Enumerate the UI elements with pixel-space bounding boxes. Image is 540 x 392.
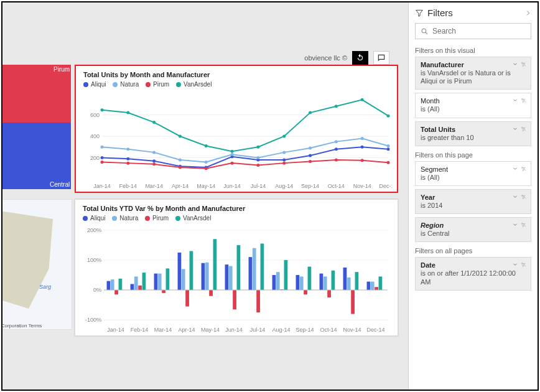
svg-rect-104 — [253, 248, 256, 289]
svg-point-18 — [101, 156, 104, 159]
filter-card-name: Segment — [421, 166, 526, 173]
clear-filter-icon[interactable] — [521, 97, 527, 105]
map-landmass — [2, 209, 53, 309]
bar-chart-legend: Aliqui Natura Pirum VanArsdel — [83, 215, 390, 222]
svg-rect-98 — [111, 279, 114, 290]
svg-rect-88 — [154, 273, 158, 289]
svg-rect-94 — [296, 275, 300, 290]
collapse-pane-icon[interactable] — [525, 7, 531, 18]
svg-text:Aug-14: Aug-14 — [275, 183, 293, 189]
clear-filter-icon[interactable] — [521, 194, 527, 201]
svg-text:Apr-14: Apr-14 — [178, 327, 195, 333]
svg-rect-132 — [355, 272, 359, 290]
svg-text:Jan-14: Jan-14 — [107, 327, 124, 333]
svg-point-32 — [152, 151, 156, 154]
chevron-down-icon[interactable] — [512, 61, 518, 68]
clear-filter-icon[interactable] — [521, 61, 527, 68]
chevron-down-icon[interactable] — [512, 166, 518, 173]
svg-text:Nov-14: Nov-14 — [353, 183, 371, 189]
svg-rect-124 — [166, 268, 170, 290]
svg-rect-125 — [190, 251, 193, 290]
clear-filter-icon[interactable] — [521, 126, 527, 133]
svg-rect-130 — [308, 266, 312, 290]
svg-text:Jun-14: Jun-14 — [225, 327, 243, 333]
filter-card-date[interactable]: Dateis on or after 1/1/2012 12:00:00 AM — [415, 257, 531, 290]
svg-rect-93 — [272, 275, 276, 290]
svg-point-43 — [126, 161, 129, 164]
chevron-down-icon[interactable] — [512, 194, 518, 201]
bar-chart-svg: -100%0%100%200%Jan-14Feb-14Mar-14Apr-14M… — [83, 225, 391, 334]
svg-point-31 — [126, 147, 129, 151]
svg-text:Jun-14: Jun-14 — [223, 183, 241, 189]
reset-icon[interactable] — [352, 51, 368, 65]
svg-point-55 — [126, 111, 129, 114]
chevron-down-icon[interactable] — [512, 126, 518, 133]
map-credit: 2020 Microsoft Corporation Terms — [2, 323, 42, 329]
filters-search-input[interactable] — [432, 27, 526, 35]
svg-text:Jul-14: Jul-14 — [251, 183, 266, 189]
map-visual[interactable]: Sarg 2020 Microsoft Corporation Terms — [2, 199, 72, 330]
svg-rect-112 — [162, 290, 165, 293]
svg-point-63 — [335, 105, 338, 108]
svg-point-44 — [152, 162, 156, 166]
map-sea-label: Sarg — [39, 284, 51, 290]
svg-point-54 — [101, 108, 104, 111]
svg-point-20 — [152, 159, 156, 162]
clear-filter-icon[interactable] — [521, 261, 527, 269]
svg-point-39 — [335, 140, 338, 143]
filter-card-desc: is 2014 — [421, 202, 526, 210]
chevron-down-icon[interactable] — [512, 222, 518, 229]
svg-point-51 — [335, 158, 338, 161]
svg-rect-119 — [327, 290, 331, 297]
filter-card-desc: is on or after 1/1/2012 12:00:00 AM — [421, 269, 526, 286]
svg-point-30 — [101, 145, 104, 148]
svg-text:Feb-14: Feb-14 — [131, 327, 149, 333]
svg-text:200%: 200% — [87, 226, 101, 233]
chevron-down-icon[interactable] — [512, 261, 518, 269]
clear-filter-icon[interactable] — [521, 222, 527, 229]
treemap-visual[interactable]: Pirum Central — [2, 65, 71, 189]
filter-card-desc: is (All) — [421, 105, 526, 113]
svg-rect-110 — [114, 290, 118, 294]
svg-text:Jan-14: Jan-14 — [93, 183, 111, 189]
chevron-down-icon[interactable] — [512, 97, 518, 105]
svg-rect-90 — [202, 263, 205, 289]
line-chart-legend: Aliqui Natura Pirum VanArsdel — [83, 81, 389, 88]
svg-point-57 — [179, 134, 182, 138]
svg-text:Sep-14: Sep-14 — [296, 327, 314, 333]
treemap-label-pirum: Pirum — [54, 66, 70, 73]
svg-rect-129 — [284, 259, 288, 289]
svg-text:Apr-14: Apr-14 — [172, 183, 189, 189]
svg-point-61 — [282, 134, 286, 138]
filter-card-region[interactable]: Regionis Central — [415, 217, 531, 242]
svg-text:Feb-14: Feb-14 — [119, 183, 137, 189]
svg-rect-113 — [185, 290, 189, 306]
filter-card-name: Total Units — [421, 126, 526, 133]
line-chart-visual[interactable]: Total Units by Month and Manufacturer Al… — [75, 65, 398, 193]
filter-card-total-units[interactable]: Total Unitsis greater than 10 — [415, 121, 531, 146]
svg-point-62 — [309, 111, 312, 114]
section-visual-label: Filters on this visual — [415, 47, 531, 54]
svg-point-42 — [101, 160, 104, 163]
bar-chart-visual[interactable]: Total Units YTD Var % by Month and Manuf… — [75, 199, 398, 336]
filter-card-manufacturer[interactable]: Manufactureris VanArsdel or is Natura or… — [415, 57, 531, 90]
comment-icon[interactable] — [373, 51, 389, 65]
svg-point-29 — [387, 147, 390, 151]
filter-card-year[interactable]: Yearis 2014 — [415, 189, 531, 214]
search-icon — [421, 27, 429, 35]
svg-text:200: 200 — [90, 154, 100, 161]
clear-filter-icon[interactable] — [521, 166, 527, 173]
filters-search[interactable] — [415, 23, 531, 39]
svg-point-36 — [256, 156, 259, 159]
svg-point-25 — [282, 158, 286, 161]
svg-rect-95 — [320, 273, 324, 289]
section-all-label: Filters on all pages — [415, 247, 531, 254]
filter-card-segment[interactable]: Segmentis (All) — [415, 161, 531, 186]
svg-text:100%: 100% — [87, 256, 101, 263]
svg-rect-120 — [351, 290, 355, 314]
svg-text:Oct-14: Oct-14 — [320, 327, 337, 333]
filters-pane-title: Filters — [427, 7, 453, 18]
svg-rect-111 — [138, 285, 142, 289]
filter-card-month[interactable]: Monthis (All) — [415, 93, 531, 118]
svg-rect-108 — [347, 277, 351, 289]
